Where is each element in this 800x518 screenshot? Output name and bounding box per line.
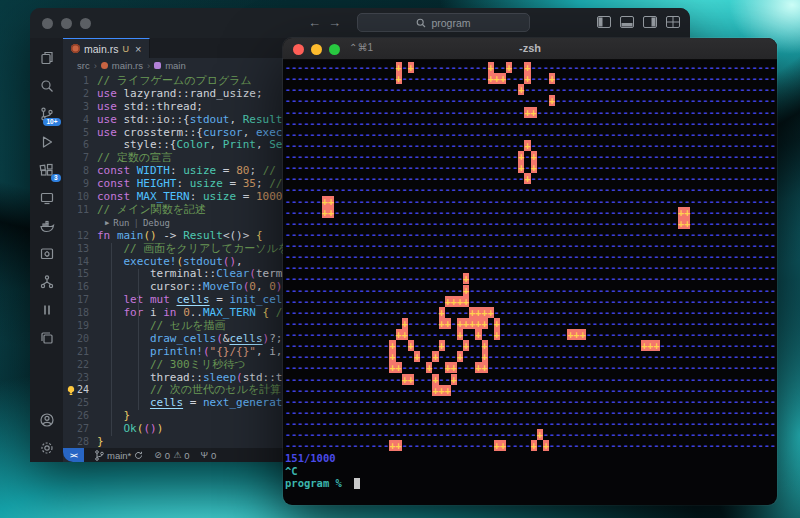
terminal-row: -----------------+--+----+---+--+-------… [285, 340, 777, 351]
terminal-cursor[interactable] [354, 478, 360, 489]
dead-cell-run: ------------------------------------ [555, 73, 776, 84]
dead-cell-run: ----------------------------------------… [334, 196, 776, 207]
ports-status[interactable]: Ψ 0 [201, 450, 217, 461]
line-number: 15 [77, 268, 89, 279]
dead-cell-run: ----------------------------------------… [285, 251, 776, 262]
dead-cell-run: ---- [402, 362, 427, 373]
minimize-button[interactable] [311, 44, 322, 55]
tab-git-status: U [122, 44, 129, 54]
tab-close-icon[interactable]: × [135, 43, 141, 55]
radio-tower-icon: Ψ [201, 450, 209, 460]
vscode-titlebar[interactable]: ← → program [30, 8, 690, 38]
dead-cell-run: ----------------------------------------… [334, 207, 678, 218]
dead-cell-run: -------------- [690, 207, 776, 218]
close-button[interactable] [293, 44, 304, 55]
live-cell-run: +++ [488, 73, 506, 84]
tab-main-rs[interactable]: main.rs U × [63, 38, 150, 58]
source-control-icon[interactable]: 10+ [33, 100, 61, 128]
terminal-row: -----------------------------+----------… [285, 273, 777, 284]
dead-cell-run: --------------------------------------- [537, 107, 776, 118]
dead-cell-run: -------------- [402, 73, 488, 84]
line-number: 27 [77, 423, 89, 434]
live-cell-run: ++ [402, 374, 414, 385]
live-cell-run: ++ [678, 218, 690, 229]
terminal-titlebar[interactable]: ⌃⌘1 -zsh [283, 38, 777, 60]
warning-count: 0 [184, 450, 189, 461]
terminal-row: ----------------------------------------… [285, 218, 777, 229]
line-number: 1 [83, 75, 89, 86]
line-number: 18 [77, 307, 89, 318]
dead-cell-run: ------ [285, 196, 322, 207]
dead-cell-run: ----------------- [285, 362, 389, 373]
settings-gear-icon[interactable] [33, 434, 61, 462]
line-number: 13 [77, 243, 89, 254]
toggle-sidebar-icon[interactable] [597, 16, 611, 28]
terminal-row: ----------------------------------------… [285, 429, 777, 440]
command-center-label: program [431, 17, 470, 29]
minimize-button[interactable] [61, 18, 72, 29]
command-center[interactable]: program [357, 13, 530, 32]
account-icon[interactable] [33, 406, 61, 434]
dead-cell-run: ----------------- [285, 340, 389, 351]
line-number: 3 [83, 101, 89, 112]
branch-status[interactable]: main* [95, 450, 143, 461]
dead-cell-run: --------------- [402, 440, 494, 451]
breadcrumb-item-symbol[interactable]: main [165, 60, 186, 71]
terminal-row: -----------------+---+--+---+---+-------… [285, 351, 777, 362]
customize-layout-icon[interactable] [666, 16, 680, 28]
dead-cell-run: -------------- [690, 218, 776, 229]
remote-indicator[interactable]: >< [63, 448, 84, 462]
terminal-row: ----------------------------------------… [285, 240, 777, 251]
dead-cell-run: ---------------------------------------- [531, 173, 777, 184]
layers-icon[interactable] [33, 324, 61, 352]
problems-status[interactable]: ⊘ 0 ⚠ 0 [154, 450, 189, 461]
terminal-row: ----------------------------------------… [285, 262, 777, 273]
dead-cell-run: ----------------------------- [285, 285, 463, 296]
live-cell-run: ++ [475, 362, 487, 373]
dead-cell-run: ----------------------------------------… [285, 184, 776, 195]
remote-explorer-icon[interactable] [33, 184, 61, 212]
hierarchy-icon[interactable] [33, 268, 61, 296]
dead-cell-run: -- [512, 62, 524, 73]
dead-cell-run: ------------------------------------- [549, 440, 776, 451]
dead-cell-run: --- [445, 340, 463, 351]
zoom-button[interactable] [329, 44, 340, 55]
extensions-icon[interactable]: 3 [33, 156, 61, 184]
dead-cell-run: -- [469, 340, 481, 351]
pause-icon[interactable] [33, 296, 61, 324]
dead-cell-run: --------------------------------------- [537, 151, 776, 162]
run-debug-icon[interactable] [33, 128, 61, 156]
terminal-window[interactable]: ⌃⌘1 -zsh ------------------+-+----------… [283, 38, 777, 505]
close-button[interactable] [42, 18, 53, 29]
dead-cell-run: ----------------------------------------… [285, 229, 776, 240]
nav-forward-icon[interactable]: → [328, 15, 341, 31]
settings-window-icon[interactable] [33, 240, 61, 268]
terminal-row: -----------------++---------------++----… [285, 440, 777, 451]
dead-cell-run: ------------------- [285, 374, 402, 385]
dead-cell-run: ------------------- [285, 318, 402, 329]
docker-icon[interactable] [33, 212, 61, 240]
breadcrumb-item-file[interactable]: main.rs [112, 60, 143, 71]
dead-cell-run: --- [457, 362, 475, 373]
live-cell-run: ++ [439, 318, 451, 329]
breadcrumb-item-src[interactable]: src [77, 60, 90, 71]
nav-back-icon[interactable]: ← [308, 15, 321, 31]
sync-icon [134, 451, 143, 460]
line-number: 19 [77, 320, 89, 331]
dead-cell-run: -- [463, 329, 475, 340]
dead-cell-run: -------- [408, 329, 457, 340]
branch-label: main* [107, 450, 131, 461]
maximize-button[interactable] [80, 18, 91, 29]
explorer-icon[interactable] [33, 44, 61, 72]
line-number: 8 [83, 165, 89, 176]
dead-cell-run: ------------------ [285, 329, 396, 340]
terminal-row: --------------------------++++----------… [285, 296, 777, 307]
terminal-content[interactable]: ------------------+-+------------+--+--+… [283, 60, 777, 505]
search-icon[interactable] [33, 72, 61, 100]
warning-icon: ⚠ [173, 450, 181, 460]
toggle-secondary-sidebar-icon[interactable] [643, 16, 657, 28]
dead-cell-run: ---------------------------------------- [531, 140, 777, 151]
toggle-panel-icon[interactable] [620, 16, 634, 28]
dead-cell-run: ------------------------- [488, 340, 642, 351]
terminal-row: ----------------------------------------… [285, 129, 777, 140]
